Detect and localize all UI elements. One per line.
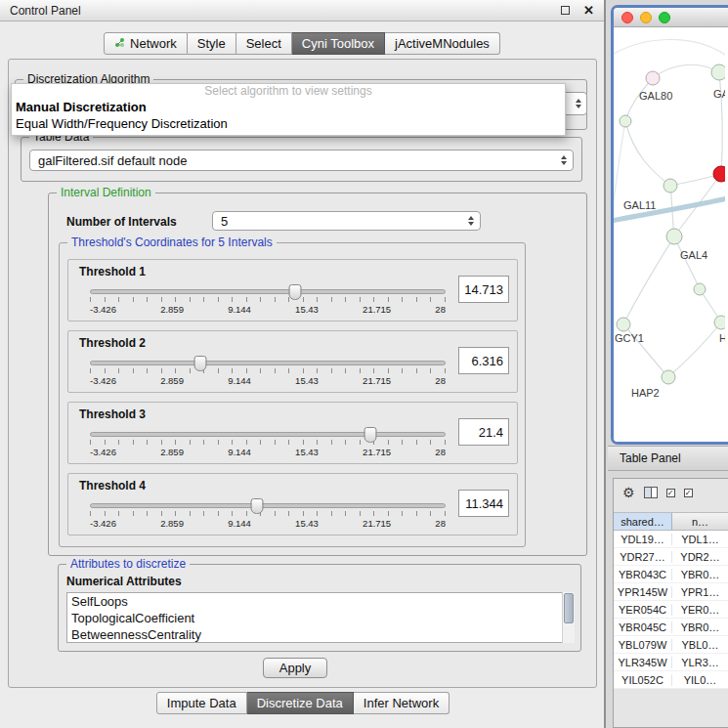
scrollbar-thumb[interactable]	[564, 593, 574, 623]
table-row[interactable]: YBL079WYBL0…	[614, 636, 728, 654]
table-row[interactable]: YDL19…YDL1…	[614, 531, 728, 548]
tick-label: 28	[435, 304, 446, 315]
numerical-attributes-label: Numerical Attributes	[66, 575, 182, 588]
attribute-list-item[interactable]: BetweennessCentrality	[71, 626, 574, 643]
threshold-3-slider[interactable]: -3.4262.8599.14415.4321.71528	[90, 426, 446, 457]
node-unlabeled[interactable]	[620, 115, 631, 127]
attribute-list-item[interactable]: SelfLoops	[71, 593, 574, 610]
threshold-3-value[interactable]: 21.4	[458, 418, 509, 446]
attributes-group: Attributes to discretize Numerical Attri…	[58, 564, 581, 652]
number-of-intervals-value: 5	[221, 214, 228, 229]
slider-thumb[interactable]	[364, 427, 376, 443]
node-gal80[interactable]	[646, 71, 660, 85]
tick-label: 9.144	[228, 304, 251, 315]
close-window-button[interactable]	[621, 12, 633, 23]
attributes-scrollbar[interactable]	[562, 592, 575, 643]
slider-thumb[interactable]	[251, 498, 264, 514]
tick-label: 2.859	[160, 304, 184, 315]
table-row[interactable]: YLR345WYLR3…	[614, 654, 728, 671]
gear-icon[interactable]: ⚙	[622, 486, 635, 499]
tab-label: Select	[246, 36, 281, 51]
tab-infer-network[interactable]: Infer Network	[354, 692, 450, 714]
table-cell: YBR0…	[672, 621, 728, 633]
network-canvas[interactable]: GAL80 GA GAL11 GAL4 GCY1 H HAP2	[614, 27, 725, 442]
dropdown-option-equal-width-frequency[interactable]: Equal Width/Frequency Discretization	[12, 115, 565, 132]
tick-label: 9.144	[228, 447, 251, 457]
node-gcy1[interactable]	[617, 318, 630, 331]
table-row[interactable]: YBR043CYBR0…	[614, 566, 728, 583]
interval-definition-group: Interval Definition Number of Intervals …	[48, 193, 587, 556]
tick-label: 28	[435, 375, 446, 386]
table-row[interactable]: YDR27…YDR2…	[614, 548, 728, 566]
slider-thumb[interactable]	[288, 284, 301, 300]
slider-track[interactable]	[90, 289, 446, 294]
tab-style[interactable]: Style	[188, 32, 236, 55]
tab-discretize-data[interactable]: Discretize Data	[247, 692, 354, 714]
group-title: Attributes to discretize	[66, 557, 190, 571]
tab-jactivemnodules[interactable]: jActiveMNodules	[385, 32, 500, 55]
table-panel-title: Table Panel	[620, 451, 681, 465]
column-header-name[interactable]: n…	[672, 513, 728, 530]
network-window-titlebar[interactable]	[614, 8, 728, 27]
table-row[interactable]: YER054CYER0…	[614, 601, 728, 619]
combo-stepper-icon	[468, 212, 474, 230]
slider-track[interactable]	[90, 432, 446, 437]
attributes-list[interactable]: SelfLoopsTopologicalCoefficientBetweenne…	[66, 592, 575, 643]
node-gal4[interactable]	[666, 229, 682, 244]
table-panel-header[interactable]: Table Panel	[608, 446, 728, 471]
node-gal11[interactable]	[664, 179, 677, 193]
unselect-all-checkbox-icon[interactable]: ✓	[684, 489, 693, 497]
table-row[interactable]: YPR145WYPR1…	[614, 583, 728, 601]
threshold-2-value[interactable]: 6.316	[458, 347, 509, 374]
tab-cyni-toolbox[interactable]: Cyni Toolbox	[292, 32, 385, 55]
node-h[interactable]	[714, 316, 725, 329]
node-unlabeled[interactable]	[694, 283, 706, 295]
node-hap2[interactable]	[662, 370, 675, 384]
table-row[interactable]: YIL052CYIL0…	[614, 671, 728, 689]
columns-icon[interactable]	[644, 487, 658, 498]
table-row[interactable]: YBR045CYBR0…	[614, 619, 728, 636]
control-panel-window: Control Panel ✕ Network Sty	[0, 0, 606, 728]
threshold-1-value[interactable]: 14.713	[458, 276, 509, 303]
tab-label: Network	[130, 36, 177, 51]
node-selected-red[interactable]	[713, 166, 725, 182]
apply-button[interactable]: Apply	[263, 658, 327, 678]
tick-label: 15.43	[295, 375, 319, 386]
slider-track[interactable]	[90, 361, 446, 365]
attribute-list-item[interactable]: TopologicalCoefficient	[71, 610, 574, 626]
slider-ticks	[90, 440, 446, 445]
minimize-window-button[interactable]	[640, 12, 652, 23]
tab-network[interactable]: Network	[104, 32, 188, 55]
table-data-combo[interactable]: galFiltered.sif default node	[29, 150, 574, 171]
slider-track[interactable]	[90, 503, 446, 508]
select-all-checkbox-icon[interactable]: ✓	[666, 489, 675, 497]
close-icon[interactable]: ✕	[583, 4, 594, 17]
threshold-4-value[interactable]: 11.344	[458, 490, 509, 517]
tab-select[interactable]: Select	[236, 32, 292, 55]
number-of-intervals-combo[interactable]: 5	[212, 211, 481, 231]
table-cell: YLR345W	[614, 657, 672, 668]
zoom-window-button[interactable]	[659, 12, 670, 23]
number-of-intervals-label: Number of Intervals	[66, 215, 177, 229]
network-view-window: GAL80 GA GAL11 GAL4 GCY1 H HAP2	[611, 5, 728, 445]
node-label-ga: GA	[713, 88, 725, 100]
tick-label: 21.715	[363, 304, 391, 315]
table-cell: YLR3…	[672, 657, 728, 668]
tick-label: 15.43	[295, 518, 319, 529]
control-panel-titlebar[interactable]: Control Panel ✕	[0, 0, 604, 21]
tick-label: 21.715	[363, 447, 391, 457]
tab-impute-data[interactable]: Impute Data	[156, 692, 247, 714]
float-window-icon[interactable]	[561, 6, 570, 15]
dropdown-placeholder: Select algorithm to view settings	[12, 84, 565, 99]
threshold-2-slider[interactable]: -3.4262.8599.14415.4321.71528	[90, 355, 446, 386]
column-header-shared-name[interactable]: shared…	[614, 513, 672, 530]
tick-label: 15.43	[295, 447, 319, 457]
slider-ticks	[90, 368, 446, 373]
node-ga[interactable]	[711, 64, 725, 80]
table-toolbar: ⚙ ✓ ✓	[614, 479, 728, 506]
threshold-1-slider[interactable]: -3.4262.8599.14415.4321.71528	[90, 283, 446, 315]
table-cell: YBR045C	[614, 621, 672, 633]
dropdown-option-manual-discretization[interactable]: Manual Discretization	[12, 99, 565, 115]
threshold-4-slider[interactable]: -3.4262.8599.14415.4321.71528	[90, 497, 446, 529]
slider-thumb[interactable]	[194, 356, 207, 371]
